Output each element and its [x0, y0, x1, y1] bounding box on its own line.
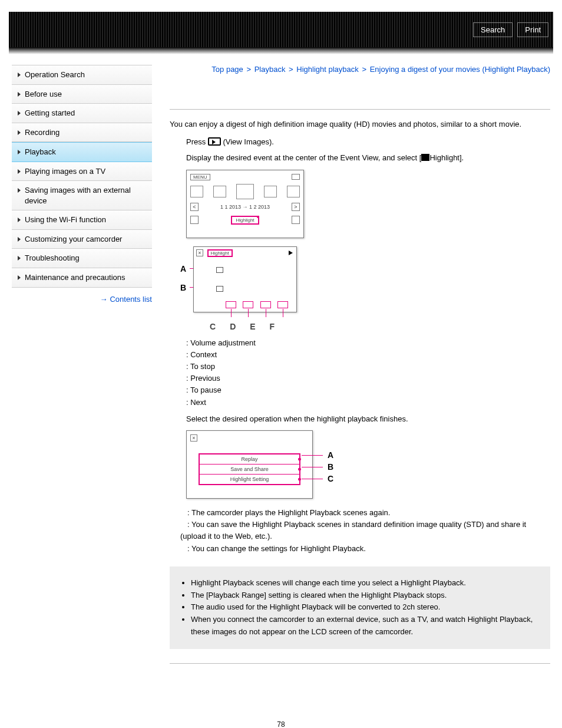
- page-number: 78: [0, 720, 562, 728]
- zoom-icon: [292, 216, 300, 224]
- date-range: 1 1 2013 → 1 2 2013: [220, 204, 270, 210]
- close-icon: ×: [196, 249, 203, 256]
- note-item: The [Playback Range] setting is cleared …: [191, 589, 540, 602]
- nav-playback[interactable]: Playback: [12, 142, 152, 162]
- step-2: Display the desired event at the center …: [186, 152, 550, 164]
- nav-playing-on-tv[interactable]: Playing images on a TV: [12, 162, 152, 182]
- legend-d: Previous: [186, 373, 550, 384]
- option-replay: Replay: [200, 454, 299, 465]
- thumb-icon: [287, 186, 300, 197]
- pause-icon: [260, 301, 271, 308]
- label-f: F: [270, 322, 275, 331]
- volume-icon: [216, 267, 223, 273]
- print-button[interactable]: Print: [517, 22, 548, 37]
- stop-icon: [226, 301, 236, 308]
- finish-dialog-diagram: × Replay Save and Share Highlight Settin…: [186, 430, 313, 499]
- breadcrumb-playback[interactable]: Playback: [254, 65, 286, 74]
- note-item: Highlight Playback scenes will change ea…: [191, 577, 540, 589]
- finish-description: The camcorder plays the Highlight Playba…: [180, 507, 550, 555]
- notes-box: Highlight Playback scenes will change ea…: [170, 566, 550, 649]
- intro-text: You can enjoy a digest of high definitio…: [170, 119, 550, 130]
- arrow-right-icon: →: [100, 295, 107, 304]
- thumb-icon: [213, 186, 226, 197]
- event-view-diagram: MENU < 1 1 2013 → 1 2 2013 > Highlight: [186, 170, 304, 238]
- step-1: Press (View Images).: [186, 136, 550, 148]
- label-b: B: [328, 462, 333, 472]
- note-item: When you connect the camcorder to an ext…: [191, 614, 540, 638]
- header-bar: Search Print: [9, 12, 553, 47]
- step-1-post: (View Images).: [223, 137, 273, 146]
- mode-icon: [190, 216, 199, 224]
- thumb-icon: [264, 186, 277, 197]
- legend-b: Context: [186, 349, 550, 361]
- playback-screen-diagram: A B × Highlight C D E F: [174, 246, 298, 329]
- nav-saving-external[interactable]: Saving images with an external device: [12, 181, 152, 210]
- desc-c: You can change the settings for Highligh…: [180, 543, 550, 555]
- search-button[interactable]: Search: [473, 22, 513, 37]
- breadcrumb-highlight[interactable]: Highlight playback: [296, 65, 359, 74]
- next-icon: [277, 301, 288, 308]
- label-e: E: [250, 322, 255, 331]
- label-a: A: [180, 264, 186, 274]
- option-highlight-setting: Highlight Setting: [200, 475, 299, 484]
- play-icon: [289, 251, 293, 255]
- prev-icon: <: [190, 203, 199, 211]
- menu-label: MENU: [190, 174, 210, 180]
- step-1-pre: Press: [186, 137, 208, 146]
- option-save-share: Save and Share: [200, 465, 299, 475]
- label-b: B: [180, 283, 186, 292]
- context-icon: [216, 286, 223, 292]
- nav-getting-started[interactable]: Getting started: [12, 104, 152, 123]
- corner-icon: [292, 174, 300, 180]
- thumb-icon: [236, 184, 254, 199]
- label-c: C: [328, 474, 333, 483]
- nav-recording[interactable]: Recording: [12, 123, 152, 143]
- close-icon: ×: [190, 434, 197, 442]
- next-icon: >: [292, 203, 300, 211]
- thumb-icon: [190, 186, 203, 197]
- legend-a: Volume adjustment: [186, 337, 550, 349]
- highlight-button: Highlight: [231, 216, 259, 225]
- note-item: The audio used for the Highlight Playbac…: [191, 601, 540, 614]
- nav-customizing[interactable]: Customizing your camcorder: [12, 230, 152, 249]
- breadcrumb: Top page > Playback > Highlight playback…: [170, 65, 550, 74]
- view-images-icon: [208, 137, 221, 146]
- callout-line: [302, 467, 323, 467]
- label-a: A: [328, 450, 333, 460]
- nav-before-use[interactable]: Before use: [12, 85, 152, 104]
- contents-list-label[interactable]: Contents list: [110, 295, 152, 304]
- legend-playback: Volume adjustment Context To stop Previo…: [186, 337, 550, 409]
- step-2-pre: Display the desired event at the center …: [186, 153, 421, 162]
- callout-line: [302, 479, 323, 479]
- legend-f: Next: [186, 397, 550, 409]
- contents-list-link[interactable]: →Contents list: [12, 295, 152, 304]
- callout-line: [302, 455, 323, 456]
- divider: [170, 663, 550, 664]
- legend-c: To stop: [186, 361, 550, 373]
- highlight-badge: Highlight: [207, 249, 233, 257]
- breadcrumb-current[interactable]: Enjoying a digest of your movies (Highli…: [370, 65, 550, 74]
- nav-operation-search[interactable]: Operation Search: [12, 65, 152, 85]
- sidebar: Operation Search Before use Getting star…: [12, 65, 152, 673]
- nav-troubleshooting[interactable]: Troubleshooting: [12, 249, 152, 268]
- divider: [170, 109, 550, 110]
- nav-wifi[interactable]: Using the Wi-Fi function: [12, 210, 152, 230]
- highlight-icon: [421, 154, 429, 161]
- desc-b: You can save the Highlight Playback scen…: [180, 519, 550, 542]
- label-c: C: [210, 322, 216, 331]
- nav-list: Operation Search Before use Getting star…: [12, 65, 152, 288]
- step-2-post: Highlight].: [429, 153, 464, 162]
- desc-a: The camcorder plays the Highlight Playba…: [180, 507, 550, 519]
- previous-icon: [243, 301, 253, 308]
- main-content: Top page > Playback > Highlight playback…: [170, 65, 550, 673]
- breadcrumb-top[interactable]: Top page: [211, 65, 243, 74]
- legend-e: To pause: [186, 384, 550, 396]
- step-3: Select the desired operation when the hi…: [186, 413, 550, 425]
- label-d: D: [230, 322, 236, 331]
- nav-maintenance[interactable]: Maintenance and precautions: [12, 268, 152, 288]
